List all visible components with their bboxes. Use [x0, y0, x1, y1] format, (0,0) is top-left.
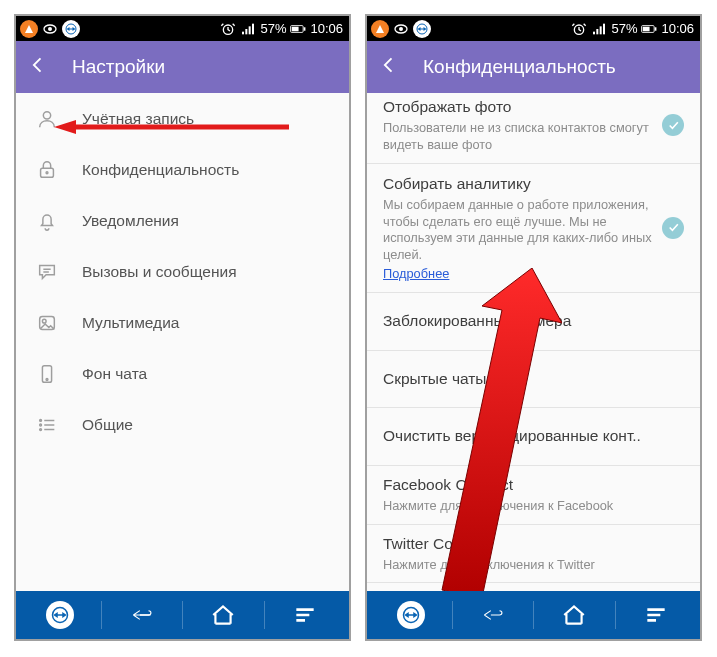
teamviewer-icon — [62, 20, 80, 38]
navbar-home[interactable] — [534, 591, 615, 639]
svg-rect-3 — [69, 28, 73, 29]
notification-icon — [371, 20, 389, 38]
item-subtitle: Нажмите для подключения к Facebook — [383, 498, 676, 515]
privacy-item-analytics[interactable]: Собирать аналитику Мы собираем данные о … — [367, 164, 700, 292]
settings-label: Уведомления — [82, 212, 179, 230]
status-left — [371, 20, 431, 38]
settings-label: Учётная запись — [82, 110, 194, 128]
status-right: 57% 10:06 — [220, 21, 343, 37]
item-subtitle: Пользователи не из списка контактов смог… — [383, 120, 654, 153]
toggle-on-icon[interactable] — [662, 217, 684, 239]
svg-point-20 — [40, 424, 42, 426]
svg-rect-5 — [242, 31, 244, 34]
item-title: Facebook Connect — [383, 475, 676, 496]
svg-point-18 — [46, 378, 48, 380]
privacy-item-twitter[interactable]: Twitter Connect Нажмите для подключения … — [367, 525, 700, 584]
settings-item-privacy[interactable]: Конфиденциальность — [16, 144, 349, 195]
svg-rect-37 — [655, 27, 657, 30]
navbar-app[interactable] — [20, 591, 101, 639]
signal-icon — [240, 21, 256, 37]
status-bar: 57% 10:06 — [367, 16, 700, 41]
clock-time: 10:06 — [310, 21, 343, 36]
privacy-list: Отображать фото Пользователи не из списк… — [367, 93, 700, 591]
eye-icon — [42, 21, 58, 37]
item-title: Собирать аналитику — [383, 174, 654, 195]
system-navbar — [367, 591, 700, 639]
navbar-back[interactable] — [453, 591, 534, 639]
item-title: Скрытые чаты — [383, 369, 676, 390]
settings-label: Фон чата — [82, 365, 147, 383]
svg-rect-11 — [304, 27, 306, 30]
toggle-on-icon[interactable] — [662, 114, 684, 136]
navbar-back[interactable] — [102, 591, 183, 639]
battery-pct: 57% — [260, 21, 286, 36]
battery-icon — [641, 21, 657, 37]
svg-rect-13 — [41, 168, 54, 177]
svg-rect-29 — [420, 28, 424, 29]
eye-icon — [393, 21, 409, 37]
settings-item-notifications[interactable]: Уведомления — [16, 195, 349, 246]
item-title: Заблокированные номера — [383, 311, 676, 332]
svg-rect-7 — [249, 26, 251, 34]
settings-item-media[interactable]: Мультимедиа — [16, 297, 349, 348]
svg-rect-25 — [57, 614, 63, 616]
appbar: Конфиденциальность — [367, 41, 700, 93]
battery-pct: 57% — [611, 21, 637, 36]
user-icon — [36, 108, 58, 130]
phone-settings: 57% 10:06 Настройки Учётная запись — [14, 14, 351, 641]
navbar-home[interactable] — [183, 591, 264, 639]
privacy-item-blocked[interactable]: Заблокированные номера — [367, 293, 700, 351]
settings-label: Конфиденциальность — [82, 161, 239, 179]
settings-label: Вызовы и сообщения — [82, 263, 237, 281]
appbar: Настройки — [16, 41, 349, 93]
svg-rect-8 — [252, 23, 254, 34]
back-button[interactable] — [28, 55, 48, 80]
navbar-recent[interactable] — [616, 591, 697, 639]
teamviewer-icon — [413, 20, 431, 38]
svg-rect-40 — [408, 614, 414, 616]
svg-rect-36 — [643, 26, 650, 31]
svg-point-19 — [40, 419, 42, 421]
settings-item-calls[interactable]: Вызовы и сообщения — [16, 246, 349, 297]
privacy-item-photo[interactable]: Отображать фото Пользователи не из списк… — [367, 93, 700, 164]
phone-privacy: 57% 10:06 Конфиденциальность Отображать … — [365, 14, 702, 641]
privacy-item-clear[interactable]: Очистить верифицированные конт.. — [367, 408, 700, 466]
lock-icon — [36, 159, 58, 181]
navbar-app[interactable] — [371, 591, 452, 639]
clock-time: 10:06 — [661, 21, 694, 36]
svg-rect-34 — [603, 23, 605, 34]
navbar-recent[interactable] — [265, 591, 346, 639]
privacy-item-facebook[interactable]: Facebook Connect Нажмите для подключения… — [367, 466, 700, 525]
privacy-item-policy[interactable]: Privacy Policy — [367, 583, 700, 591]
alarm-icon — [571, 21, 587, 37]
item-title: Twitter Connect — [383, 534, 676, 555]
learn-more-link[interactable]: Подробнее — [383, 266, 449, 281]
svg-rect-10 — [292, 26, 299, 31]
settings-item-account[interactable]: Учётная запись — [16, 93, 349, 144]
system-navbar — [16, 591, 349, 639]
svg-point-1 — [48, 27, 52, 31]
svg-rect-6 — [246, 29, 248, 34]
battery-icon — [290, 21, 306, 37]
teamviewer-icon — [46, 601, 74, 629]
notification-icon — [20, 20, 38, 38]
media-icon — [36, 312, 58, 334]
signal-icon — [591, 21, 607, 37]
svg-point-14 — [46, 171, 48, 173]
alarm-icon — [220, 21, 236, 37]
svg-rect-31 — [593, 31, 595, 34]
settings-label: Общие — [82, 416, 133, 434]
list-icon — [36, 414, 58, 436]
svg-point-16 — [42, 319, 46, 323]
item-subtitle: Нажмите для подключения к Twitter — [383, 557, 676, 574]
settings-item-general[interactable]: Общие — [16, 399, 349, 450]
privacy-item-hidden[interactable]: Скрытые чаты — [367, 351, 700, 409]
svg-point-21 — [40, 428, 42, 430]
item-subtitle: Мы собираем данные о работе приложения, … — [383, 197, 654, 264]
back-button[interactable] — [379, 55, 399, 80]
svg-rect-32 — [597, 29, 599, 34]
status-bar: 57% 10:06 — [16, 16, 349, 41]
item-title: Отображать фото — [383, 97, 654, 118]
settings-item-background[interactable]: Фон чата — [16, 348, 349, 399]
status-right: 57% 10:06 — [571, 21, 694, 37]
